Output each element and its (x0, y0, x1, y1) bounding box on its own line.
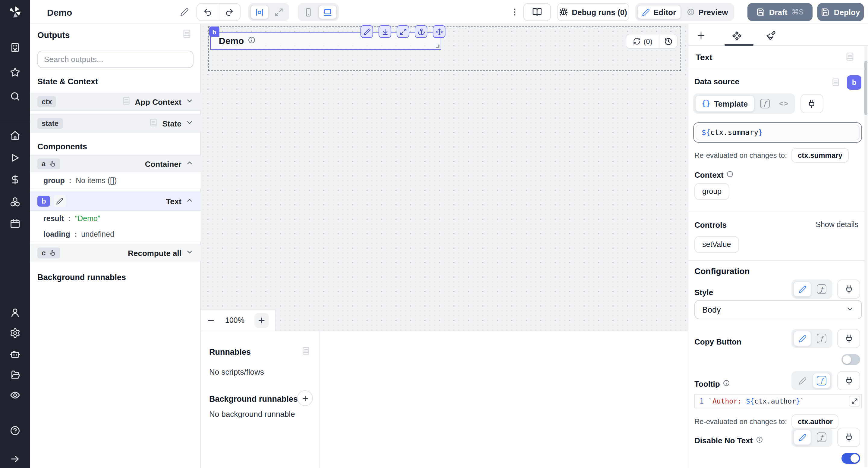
variables-dollar-icon[interactable] (10, 174, 21, 185)
deploy-button[interactable]: Deploy (817, 3, 864, 21)
copy-plug-button[interactable] (837, 329, 860, 348)
save-draft-button[interactable]: Draft ⌘S (747, 3, 812, 21)
windmill-logo-icon[interactable] (8, 5, 22, 19)
chevron-up-icon[interactable] (186, 196, 193, 206)
tooltip-static-pencil-button[interactable] (793, 373, 811, 389)
copy-fx-button[interactable]: ƒ (812, 331, 831, 346)
output-row-state[interactable]: state State (30, 114, 201, 133)
doc-icon[interactable] (831, 78, 840, 89)
copy-static-pencil-button[interactable] (793, 331, 811, 346)
show-details-link[interactable]: Show details (815, 221, 858, 229)
component-row-b[interactable]: b Text (30, 192, 201, 211)
code-mode-button[interactable]: <> (775, 96, 793, 111)
doc-icon[interactable] (301, 346, 310, 357)
disable-no-text-toggle[interactable] (841, 453, 860, 464)
schedules-calendar-icon[interactable] (10, 218, 21, 229)
tooltip-plug-button[interactable] (837, 371, 860, 390)
doc-icon[interactable] (121, 96, 130, 107)
move-button[interactable] (433, 25, 445, 38)
history-button[interactable] (659, 34, 677, 48)
resources-boxes-icon[interactable] (10, 196, 21, 207)
add-background-runnable-button[interactable] (297, 390, 313, 406)
info-icon[interactable] (247, 36, 255, 46)
panel-scrollbar[interactable] (864, 46, 867, 467)
doc-icon[interactable] (182, 29, 192, 40)
docs-book-button[interactable] (523, 3, 551, 21)
undo-button[interactable] (197, 3, 218, 21)
template-mode-button[interactable]: {} Template (695, 95, 754, 112)
refresh-runs-button[interactable]: (0) (626, 34, 659, 48)
full-width-button[interactable] (270, 5, 287, 19)
arrow-down-to-line-button[interactable] (378, 25, 391, 38)
runs-play-icon[interactable] (10, 153, 21, 163)
runnables-empty: No scripts/flows (209, 367, 264, 376)
component-row-a[interactable]: a Container (30, 156, 201, 172)
copy-button-toggle[interactable] (841, 354, 860, 365)
style-plug-button[interactable] (837, 279, 860, 299)
tooltip-fx-button[interactable]: ƒ (812, 373, 831, 389)
prop-row-loading[interactable]: loading : undefined (30, 227, 201, 242)
resize-handle[interactable] (436, 44, 439, 48)
prop-row-group[interactable]: group : No items ([]) (30, 172, 201, 189)
canvas[interactable]: b Demo (0) 100% (201, 24, 688, 331)
chevron-up-icon[interactable] (186, 159, 193, 169)
disable-plug-button[interactable] (837, 428, 860, 447)
disable-fx-button[interactable]: ƒ (812, 430, 831, 445)
debug-runs-button[interactable]: Debug runs (0) (557, 3, 629, 21)
setvalue-pill[interactable]: setValue (694, 236, 739, 253)
prop-row-result[interactable]: result : "Demo" (30, 211, 201, 227)
tab-component-settings[interactable] (730, 29, 743, 42)
info-icon[interactable] (755, 436, 763, 445)
doc-icon[interactable] (845, 52, 855, 63)
doc-icon[interactable] (149, 118, 158, 129)
reeval-dependency-pill[interactable]: ctx.summary (792, 148, 848, 163)
chevron-down-icon[interactable] (186, 248, 193, 258)
folders-icon[interactable] (10, 369, 21, 380)
search-icon[interactable] (10, 91, 21, 102)
context-group-pill[interactable]: group (694, 183, 730, 200)
disable-static-pencil-button[interactable] (793, 430, 811, 445)
edit-id-pencil-icon[interactable] (54, 195, 66, 207)
expand-rail-arrow-icon[interactable] (10, 454, 21, 464)
tooltip-code-editor[interactable]: 1 `Author: ${ctx.author}` (694, 394, 862, 408)
settings-gear-icon[interactable] (10, 328, 21, 338)
connect-plug-button[interactable] (800, 94, 823, 113)
user-icon[interactable] (10, 307, 21, 318)
info-icon[interactable] (727, 170, 734, 179)
workspace-icon[interactable] (10, 42, 21, 53)
favorites-star-icon[interactable] (10, 67, 21, 78)
tab-editor[interactable]: Editor (637, 5, 681, 19)
output-row-ctx[interactable]: ctx App Context (30, 93, 201, 111)
mobile-view-button[interactable] (300, 5, 317, 19)
search-outputs-input[interactable] (37, 51, 193, 68)
chevron-down-icon[interactable] (186, 97, 193, 107)
tab-preview[interactable]: Preview (682, 5, 732, 19)
template-input[interactable]: ${ctx.summary} (693, 122, 862, 143)
home-icon[interactable] (10, 130, 21, 141)
save-icon (756, 8, 765, 16)
edit-component-pencil-button[interactable] (361, 25, 373, 38)
tooltip-reeval-pill[interactable]: ctx.author (792, 414, 839, 429)
more-options-kebab-icon[interactable] (509, 5, 520, 19)
style-fx-button[interactable]: ƒ (812, 281, 831, 297)
workers-bot-icon[interactable] (10, 349, 21, 360)
edit-title-pencil-icon[interactable] (180, 8, 189, 18)
help-icon[interactable] (10, 425, 21, 436)
zoom-in-button[interactable] (254, 313, 269, 327)
style-select[interactable]: Body (694, 300, 862, 319)
zoom-out-button[interactable] (207, 316, 215, 324)
tab-styling-brush[interactable] (764, 29, 778, 42)
expand-editor-button[interactable] (849, 396, 860, 407)
tab-add-component[interactable] (694, 29, 708, 42)
audit-eye-icon[interactable] (10, 390, 21, 401)
fx-mode-button[interactable]: ƒ (755, 96, 774, 111)
component-row-c[interactable]: c Recompute all (30, 244, 201, 261)
anchor-button[interactable] (415, 25, 427, 38)
expand-component-button[interactable] (397, 25, 409, 38)
chevron-down-icon[interactable] (186, 119, 193, 128)
info-icon[interactable] (723, 379, 730, 389)
desktop-view-button[interactable] (318, 5, 337, 19)
style-static-pencil-button[interactable] (793, 281, 811, 297)
align-center-button[interactable] (250, 5, 269, 19)
redo-button[interactable] (218, 3, 240, 21)
